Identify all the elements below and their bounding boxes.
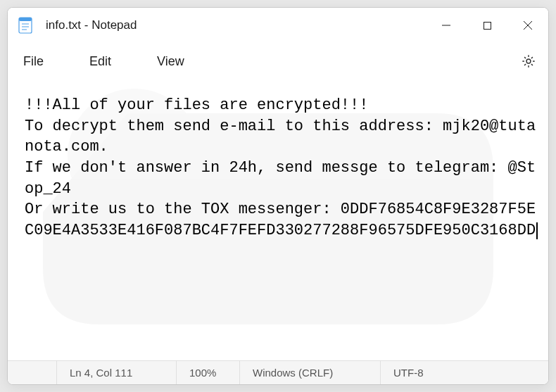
minimize-button[interactable] <box>426 8 467 43</box>
svg-rect-7 <box>484 22 491 29</box>
settings-button[interactable] <box>516 49 541 74</box>
notepad-window: info.txt - Notepad File Edit View !!!All… <box>7 7 549 385</box>
menu-edit[interactable]: Edit <box>89 54 111 69</box>
notepad-icon <box>18 16 33 34</box>
text-editor[interactable]: !!!All of your files are encrypted!!! To… <box>8 80 548 360</box>
statusbar: Ln 4, Col 111 100% Windows (CRLF) UTF-8 <box>8 360 548 384</box>
close-button[interactable] <box>507 8 548 43</box>
menu-file[interactable]: File <box>23 54 44 69</box>
svg-rect-2 <box>19 18 32 21</box>
status-line-ending: Windows (CRLF) <box>240 361 381 384</box>
menubar: File Edit View <box>8 43 548 80</box>
svg-point-10 <box>526 59 531 63</box>
titlebar: info.txt - Notepad <box>8 8 548 43</box>
status-encoding: UTF-8 <box>381 361 548 384</box>
status-cursor-position: Ln 4, Col 111 <box>57 361 177 384</box>
window-controls <box>426 8 548 43</box>
window-title: info.txt - Notepad <box>46 18 137 32</box>
text-caret <box>536 222 538 239</box>
status-zoom[interactable]: 100% <box>177 361 240 384</box>
maximize-button[interactable] <box>467 8 507 43</box>
menu-view[interactable]: View <box>157 54 184 69</box>
document-text: !!!All of your files are encrypted!!! To… <box>25 96 536 239</box>
